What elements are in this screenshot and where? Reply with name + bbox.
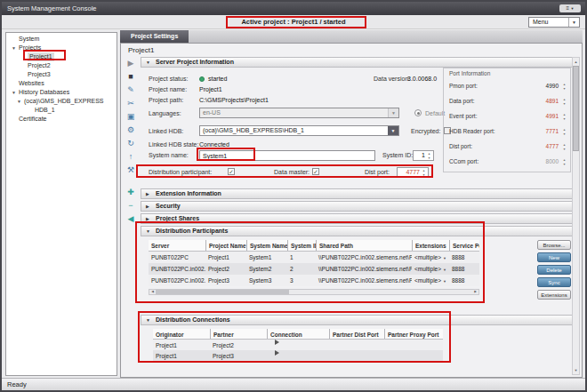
scrollbar-thumb[interactable] [156,290,289,294]
save-icon[interactable]: ▣ [123,111,139,123]
table-cell: PUNBT022PC.in002.sieme [149,263,205,275]
section-header-distribution-participants[interactable]: ▼ Distribution Participants [141,226,573,236]
tree-item-project3[interactable]: Project3 [6,70,117,79]
sync-button[interactable]: Sync [537,277,571,287]
scroll-up-icon[interactable]: ▲ [573,58,579,66]
add-icon[interactable]: ✚ [123,187,139,198]
table-cell: Project1 [153,350,210,361]
dist-port-label: Dist port: [365,169,390,175]
expander-open-icon[interactable]: ▼ [146,58,150,67]
participant-row[interactable]: PUNBT022PC.in002.sieme Project3 System3 … [149,275,479,286]
expander-icon[interactable]: ▼ [12,88,16,97]
port-spinner[interactable]: ▴▾ [561,98,567,106]
extensions-dropdown[interactable]: <multiple>▼ [412,263,449,275]
upload-icon[interactable]: ↑ [123,151,139,163]
connection-row[interactable]: Project1 Project3 [153,350,443,361]
port-spinner[interactable]: ▴▾ [561,143,567,151]
tree-item-project2[interactable]: Project2 [6,61,117,70]
chevron-down-icon: ▼ [443,256,446,260]
tab-strip [120,30,583,43]
settings-icon[interactable]: ⚙ [123,124,139,136]
tree-item-projects[interactable]: ▼Projects [6,44,117,52]
section-header-server-project-information[interactable]: ▼ Server Project Information [141,57,573,68]
port-spinner[interactable]: ▴▾ [561,83,567,91]
participant-row[interactable]: PUNBT022PC Project1 System1 1 \\PUNBT022… [149,252,479,263]
table-cell: System3 [246,275,287,286]
spinner-down-icon[interactable]: ▾ [422,173,424,178]
start-icon[interactable]: ▶ [123,58,139,69]
tree-item-gms-hdb-express[interactable]: ▼(oca)\GMS_HDB_EXPRESS [6,97,117,106]
expander-icon[interactable]: ▼ [17,97,21,106]
browse-button[interactable]: Browse... [537,240,571,250]
distribution-participant-checkbox[interactable]: ✓ [228,168,235,175]
refresh-icon[interactable]: ↻ [123,138,139,149]
port-spinner[interactable]: ▴▾ [561,128,567,136]
project-title: Project1 [128,46,154,54]
port-row-data: Data port: 4891 ▴▾ [444,96,570,107]
expander-open-icon[interactable]: ▼ [146,316,150,324]
port-row-pmon: Pmon port: 4990 ▴▾ [444,81,570,92]
system-id-label: System ID: [382,152,413,158]
scroll-left-icon[interactable]: ◀ [149,290,156,294]
system-id-stepper[interactable]: 1 ▴▾ [413,150,434,161]
vertical-scrollbar[interactable]: ▲ ▼ [572,57,580,375]
back-icon[interactable]: ◀ [123,213,139,225]
delete-button[interactable]: Delete [537,265,571,275]
tree-item-certificate[interactable]: Certificate [6,115,117,124]
port-spinner[interactable]: ▴▾ [561,113,567,121]
tree-item-system[interactable]: System [6,35,117,44]
project-status-label: Project status: [149,76,188,82]
port-spinner[interactable]: ▴▾ [561,158,567,166]
window-menu-icon[interactable]: ≡ ▼ [559,4,581,12]
section-header-extension-information[interactable]: ▶ Extension Information [141,188,573,199]
expander-closed-icon[interactable]: ▶ [146,202,149,211]
status-started-icon [199,76,205,82]
scroll-right-icon[interactable]: ▶ [472,290,478,294]
menu-dropdown[interactable]: Menu ▼ [528,17,580,28]
chevron-down-icon[interactable]: ▼ [388,108,398,117]
cut-icon[interactable]: ✂ [123,98,139,109]
section-header-project-shares[interactable]: ▶ Project Shares [141,213,573,224]
section-header-distribution-connections[interactable]: ▼ Distribution Connections [141,315,573,325]
system-name-input[interactable] [199,150,375,161]
extensions-button[interactable]: Extensions [537,290,571,300]
project-path-value: C:\GMSProjects\Project1 [199,97,269,103]
expander-open-icon[interactable]: ▼ [146,227,150,236]
tree-item-history-databases[interactable]: ▼History Databases [6,88,117,97]
connections-table-header: Originator Partner Connection Partner Di… [153,329,443,340]
edit-icon[interactable]: ✎ [123,84,139,96]
table-cell: Project2 [210,340,267,350]
tree-item-hdb-1[interactable]: HDB_1 [6,106,117,115]
tab-project-settings[interactable]: Project Settings [120,30,189,43]
default-language-radio[interactable] [414,109,422,116]
tree-item-websites[interactable]: Websites [6,79,117,88]
table-cell [329,340,384,350]
dist-port-stepper[interactable]: 4777 ▴▾ [397,167,429,178]
new-button[interactable]: New [537,252,571,262]
stop-icon[interactable]: ■ [123,71,139,83]
expander-closed-icon[interactable]: ▶ [146,189,149,198]
chevron-down-icon: ▼ [443,268,446,272]
linked-hdb-dropdown[interactable]: (oca)\GMS_HDB_EXPRESS\HDB_1 ▼ [199,125,399,136]
data-version-label: Data version: [374,76,410,82]
connection-row[interactable]: Project1 Project2 [153,340,443,350]
table-cell: \\PUNBT022PC.in002.siemens.net\Project [316,275,412,286]
participant-row[interactable]: PUNBT022PC.in002.sieme Project2 System2 … [149,263,479,275]
extensions-dropdown[interactable]: <multiple>▼ [412,252,449,263]
tools-icon[interactable]: ⚒ [123,164,139,176]
remove-icon[interactable]: − [123,200,139,212]
scroll-down-icon[interactable]: ▼ [573,366,579,374]
languages-dropdown[interactable]: en-US ▼ [199,108,399,118]
extensions-dropdown[interactable]: <multiple>▼ [412,275,449,286]
table-cell: Project3 [205,275,246,286]
section-header-security[interactable]: ▶ Security [141,201,573,212]
expander-closed-icon[interactable]: ▶ [146,214,149,223]
chevron-down-icon[interactable]: ▼ [388,126,398,135]
scrollbar-thumb[interactable] [573,66,579,151]
data-master-checkbox[interactable]: ✓ [312,168,319,175]
tree-item-project1[interactable]: Project1 [6,52,117,61]
expander-icon[interactable]: ▼ [12,44,16,52]
table-cell: Project1 [205,252,246,263]
participants-horizontal-scrollbar[interactable]: ◀ ▶ [149,289,479,295]
spinner-down-icon[interactable]: ▾ [428,156,430,161]
